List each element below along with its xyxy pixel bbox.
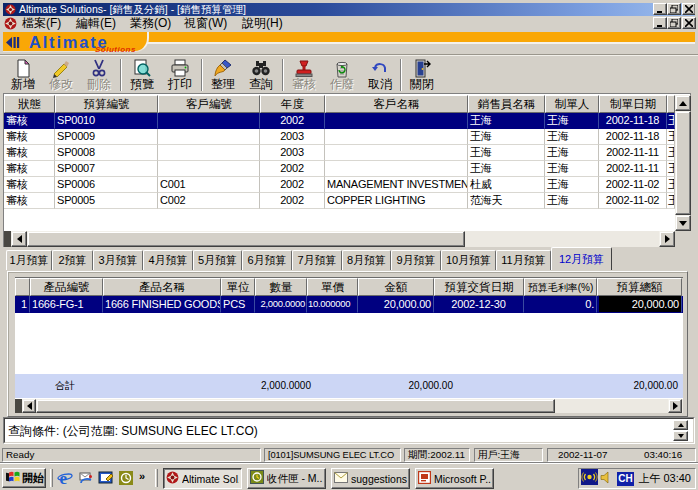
windows-flag-icon	[5, 470, 21, 487]
column-header-delivery-date[interactable]: 預算交貨日期	[434, 278, 524, 296]
tab-oct[interactable]: 10月預算	[441, 250, 496, 270]
mdi-minimize-button[interactable]	[653, 17, 667, 29]
taskbar-divider[interactable]	[50, 469, 53, 487]
menu-edit[interactable]: 編輯(E)	[76, 16, 116, 31]
budget-row[interactable]: 審核SP00092003王海王海2002-11-18王	[4, 129, 675, 145]
budget-row[interactable]: 審核SP0006C0012002MANAGEMENT INVESTMENT & …	[4, 177, 675, 193]
mdi-system-icon[interactable]	[4, 17, 17, 30]
beacon-tray-icon[interactable]	[581, 469, 598, 488]
vscroll-thumb[interactable]	[675, 111, 691, 215]
budget-row[interactable]: 審核SP00072002王海王海2002-11-11王	[4, 161, 675, 177]
hscroll-thumb[interactable]	[36, 399, 555, 413]
column-header-create-date[interactable]: 制單日期	[599, 95, 667, 113]
menu-file[interactable]: 檔案(F)	[22, 16, 61, 31]
column-header-salesman[interactable]: 銷售員名稱	[468, 95, 545, 113]
scroll-up-button[interactable]	[675, 95, 691, 111]
spin-up-button[interactable]	[673, 420, 688, 430]
cell-budget-no: SP0005	[55, 193, 158, 209]
tab-nov[interactable]: 11月預算	[496, 250, 551, 270]
tab-jul[interactable]: 7月預算	[292, 250, 342, 270]
hscroll-thumb[interactable]	[27, 231, 465, 247]
column-header-budget-no[interactable]: 預算編號	[55, 95, 158, 113]
column-header-amount[interactable]: 金額	[358, 278, 434, 296]
scroll-right-button[interactable]	[659, 231, 675, 247]
tab-jun[interactable]: 6月預算	[242, 250, 292, 270]
scroll-right-button[interactable]	[668, 399, 682, 413]
summary-amount: 20,000.00	[409, 374, 454, 398]
task-altimate[interactable]: Altimate Sol...	[163, 468, 242, 489]
toolbar-audit-button[interactable]: 審核	[285, 58, 323, 92]
toolbar-delete-button[interactable]: 刪除	[80, 58, 118, 92]
mdi-restore-button[interactable]	[667, 17, 681, 29]
toolbar-void-button[interactable]: 作廢	[323, 58, 361, 92]
column-header-customer-no[interactable]: 客戶編號	[158, 95, 260, 113]
taskbar-clock[interactable]: 上午 03:40	[638, 471, 691, 486]
tab-apr[interactable]: 4月預算	[143, 250, 193, 270]
toolbar-cancel-button[interactable]: 取消	[361, 58, 399, 92]
cell-create-date: 2002-11-11	[599, 161, 667, 177]
toolbar-organize-button[interactable]: 整理	[204, 58, 242, 92]
spin-down-button[interactable]	[673, 431, 688, 441]
column-header-customer-name[interactable]: 客戶名稱	[325, 95, 468, 113]
language-indicator[interactable]: CH	[617, 472, 634, 486]
budget-row[interactable]: 審核SP00102002王海王海2002-11-18王	[4, 113, 675, 129]
scroll-left-button[interactable]	[11, 231, 27, 247]
outlook-express-icon[interactable]	[77, 470, 94, 486]
budget-row[interactable]: 審核SP00082003王海王海2002-11-11王	[4, 145, 675, 161]
cell-create-date: 2002-11-18	[599, 113, 667, 129]
toolbar-close-button[interactable]: 關閉	[403, 58, 441, 92]
cell-creator: 王海	[545, 145, 599, 161]
start-button[interactable]: 開始	[2, 468, 46, 488]
close-button[interactable]	[682, 3, 695, 15]
printer-icon	[170, 59, 190, 78]
tab-aug[interactable]: 8月預算	[342, 250, 391, 270]
column-header-creator[interactable]: 制單人	[545, 95, 599, 113]
cell-customer-no: C001	[158, 177, 260, 193]
toolbar-print-button[interactable]: 打印	[161, 58, 199, 92]
scroll-down-button[interactable]	[675, 215, 691, 231]
detail-row[interactable]: 1 1666-FG-1 1666 FINISHED GOODS PCS 2,00…	[15, 296, 683, 313]
quicklaunch-overflow-chevron[interactable]: »	[139, 470, 144, 482]
volume-tray-icon[interactable]	[600, 470, 615, 488]
cell-overflow: 王	[667, 113, 675, 129]
column-header-unit[interactable]: 單位	[221, 278, 255, 296]
tab-jan[interactable]: 1月預算	[6, 250, 52, 270]
toolbar-query-button[interactable]: 查詢	[242, 58, 280, 92]
budget-row[interactable]: 審核SP0005C0022002COPPER LIGHTING范海天王海2002…	[4, 193, 675, 209]
column-header-status[interactable]: 狀態	[4, 95, 55, 113]
restore-button[interactable]	[667, 3, 681, 15]
internet-explorer-icon[interactable]: e	[56, 470, 73, 486]
task-powerpoint[interactable]: Microsoft P...	[415, 468, 494, 489]
menu-window[interactable]: 視窗(W)	[184, 16, 227, 31]
budget-list-grid: 狀態 預算編號 客戶編號 年度 客戶名稱 銷售員名稱 制單人 制單日期 審核SP…	[3, 93, 691, 248]
column-header-margin[interactable]: 預算毛利率(%)	[524, 278, 597, 296]
cell-salesman: 杜威	[468, 177, 545, 193]
tab-dec-selected[interactable]: 12月預算	[551, 247, 612, 270]
cell-year: 2002	[260, 113, 325, 129]
mail-icon	[334, 472, 348, 486]
column-header-total[interactable]: 預算總額	[597, 278, 682, 296]
tab-may[interactable]: 5月預算	[193, 250, 242, 270]
tab-mar[interactable]: 3月預算	[93, 250, 143, 270]
scroll-left-button[interactable]	[22, 399, 36, 413]
tab-sep[interactable]: 9月預算	[391, 250, 441, 270]
tab-feb[interactable]: 2預算	[52, 250, 93, 270]
show-desktop-icon[interactable]	[97, 470, 114, 486]
toolbar-new-button[interactable]: 新增	[4, 58, 42, 92]
task-suggestions[interactable]: suggestions ...	[331, 468, 410, 489]
toolbar-edit-button[interactable]: 修改	[42, 58, 80, 92]
column-header-product-code[interactable]: 產品編號	[30, 278, 103, 296]
channels-icon[interactable]	[117, 470, 134, 486]
taskbar-divider[interactable]	[155, 469, 158, 487]
toolbar-preview-button[interactable]: 預覽	[123, 58, 161, 92]
minimize-button[interactable]	[653, 3, 667, 15]
column-header-quantity[interactable]: 數量	[255, 278, 307, 296]
task-inbox[interactable]: 收件匣 - M...	[247, 468, 326, 489]
menu-business[interactable]: 業務(O)	[130, 16, 171, 31]
menu-help[interactable]: 說明(H)	[242, 16, 283, 31]
column-header-year[interactable]: 年度	[260, 95, 325, 113]
column-header-product-name[interactable]: 產品名稱	[103, 278, 221, 296]
mdi-close-button[interactable]	[682, 17, 696, 29]
window-title: Altimate Solutions- [銷售及分銷] - [銷售預算管理]	[19, 3, 246, 16]
column-header-unit-price[interactable]: 單價	[307, 278, 358, 296]
